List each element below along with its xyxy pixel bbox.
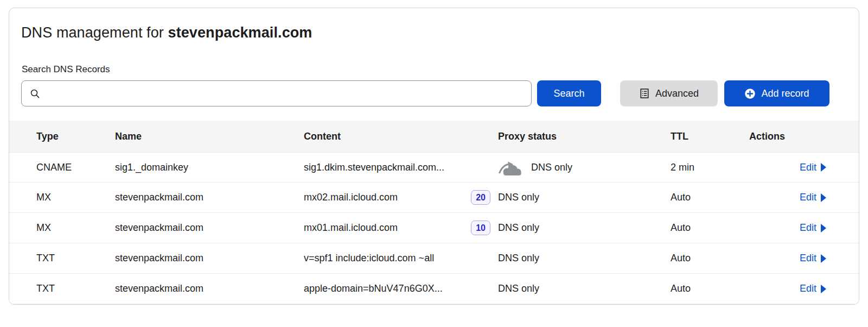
edit-link-label: Edit	[800, 283, 816, 294]
search-row: Search Advanced	[21, 80, 829, 106]
search-input[interactable]	[46, 87, 525, 99]
cell-record-type: TXT	[36, 283, 115, 294]
cell-record-type: MX	[36, 192, 115, 203]
cloud-arrow-icon	[498, 159, 523, 176]
record-content-text: mx01.mail.icloud.com	[304, 222, 398, 234]
table-row: CNAME sig1._domainkey sig1.dkim.stevenpa…	[9, 152, 859, 183]
cell-actions: Edit	[749, 162, 826, 173]
cell-proxy-status: DNS only	[498, 192, 671, 203]
edit-caret-icon	[821, 254, 826, 263]
add-record-button[interactable]: Add record	[724, 80, 829, 106]
page-title-domain: stevenpackmail.com	[168, 24, 312, 41]
cell-actions: Edit	[749, 283, 826, 294]
cell-ttl: 2 min	[671, 162, 749, 173]
table-body: CNAME sig1._domainkey sig1.dkim.stevenpa…	[9, 152, 859, 304]
edit-caret-icon	[821, 163, 826, 172]
cell-record-content: sig1.dkim.stevenpackmail.com...	[304, 162, 498, 173]
edit-link[interactable]: Edit	[800, 222, 826, 234]
table-header-row: Type Name Content Proxy status TTL Actio…	[9, 121, 859, 152]
cell-record-name: stevenpackmail.com	[115, 192, 304, 203]
cell-record-name: stevenpackmail.com	[115, 222, 304, 234]
table-row: MX stevenpackmail.com mx01.mail.icloud.c…	[9, 213, 859, 243]
edit-link-label: Edit	[800, 192, 816, 203]
page-title-prefix: DNS management for	[21, 24, 164, 41]
plus-circle-icon	[744, 88, 756, 99]
proxy-status-text: DNS only	[498, 192, 539, 203]
edit-link-label: Edit	[800, 222, 816, 234]
column-header-name: Name	[115, 131, 304, 142]
column-header-ttl: TTL	[671, 131, 749, 142]
proxy-status-text: DNS only	[498, 253, 539, 264]
cell-record-name: stevenpackmail.com	[115, 253, 304, 264]
page-title: DNS management for stevenpackmail.com	[21, 24, 847, 41]
cell-record-content: v=spf1 include:icloud.com ~all	[304, 253, 498, 264]
proxy-status-text: DNS only	[531, 162, 572, 173]
edit-link[interactable]: Edit	[800, 253, 826, 264]
cell-proxy-status: DNS only	[498, 222, 671, 234]
column-header-content: Content	[304, 131, 498, 142]
cell-actions: Edit	[749, 192, 826, 203]
edit-link[interactable]: Edit	[800, 283, 826, 294]
cell-record-type: CNAME	[36, 162, 115, 173]
record-content-text: apple-domain=bNuV47n6G0X...	[304, 283, 443, 294]
cell-record-content: mx01.mail.icloud.com 10	[304, 221, 498, 235]
search-label: Search DNS Records	[22, 64, 847, 75]
edit-link[interactable]: Edit	[800, 162, 826, 173]
edit-caret-icon	[821, 285, 826, 293]
priority-badge: 20	[471, 190, 490, 205]
edit-link-label: Edit	[800, 253, 816, 264]
cell-proxy-status: DNS only	[498, 159, 671, 176]
cell-proxy-status: DNS only	[498, 253, 671, 264]
cell-record-content: mx02.mail.icloud.com 20	[304, 190, 498, 205]
cell-ttl: Auto	[671, 192, 749, 203]
cell-record-content: apple-domain=bNuV47n6G0X...	[304, 283, 498, 294]
edit-link[interactable]: Edit	[800, 192, 826, 203]
search-input-box[interactable]	[21, 80, 532, 106]
column-header-type: Type	[36, 131, 115, 142]
table-row: TXT stevenpackmail.com v=spf1 include:ic…	[9, 243, 859, 274]
edit-link-label: Edit	[800, 162, 816, 173]
edit-caret-icon	[821, 193, 826, 202]
table-row: MX stevenpackmail.com mx02.mail.icloud.c…	[9, 183, 859, 213]
record-content-text: mx02.mail.icloud.com	[304, 192, 398, 203]
search-icon	[29, 88, 41, 99]
table-row: TXT stevenpackmail.com apple-domain=bNuV…	[9, 274, 859, 304]
cell-record-type: MX	[36, 222, 115, 234]
record-content-text: sig1.dkim.stevenpackmail.com...	[304, 162, 444, 173]
dns-management-card: DNS management for stevenpackmail.com Se…	[9, 8, 859, 305]
cell-record-type: TXT	[36, 253, 115, 264]
proxy-status-text: DNS only	[498, 283, 539, 294]
cell-actions: Edit	[749, 253, 826, 264]
cell-ttl: Auto	[671, 253, 749, 264]
cell-record-name: sig1._domainkey	[115, 162, 304, 173]
priority-badge: 10	[471, 221, 490, 235]
edit-caret-icon	[821, 224, 826, 232]
column-header-proxy-status: Proxy status	[498, 131, 671, 142]
list-document-icon	[639, 88, 650, 99]
cell-proxy-status: DNS only	[498, 283, 671, 294]
cell-actions: Edit	[749, 222, 826, 234]
cell-ttl: Auto	[671, 222, 749, 234]
column-header-actions: Actions	[749, 131, 826, 142]
search-button[interactable]: Search	[537, 80, 601, 106]
dns-records-table: Type Name Content Proxy status TTL Actio…	[9, 121, 859, 304]
cell-record-name: stevenpackmail.com	[115, 283, 304, 294]
proxy-status-text: DNS only	[498, 222, 539, 234]
cell-ttl: Auto	[671, 283, 749, 294]
record-content-text: v=spf1 include:icloud.com ~all	[304, 253, 434, 264]
advanced-button[interactable]: Advanced	[620, 80, 718, 106]
